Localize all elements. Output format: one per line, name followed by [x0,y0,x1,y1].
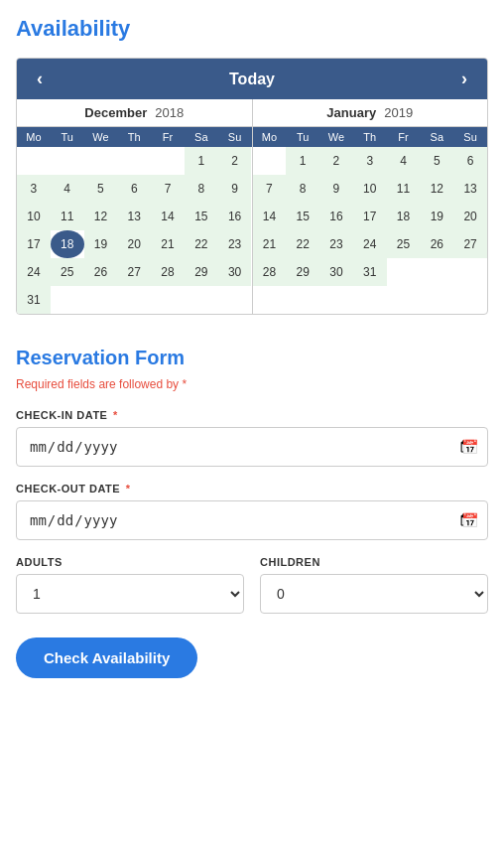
calendar-today-label: Today [229,71,275,88]
jdh-su: Su [453,127,487,147]
day-cell[interactable]: 13 [453,175,487,203]
day-cell [218,286,252,314]
day-cell[interactable]: 7 [253,175,287,203]
day-cell[interactable]: 20 [453,203,487,230]
day-cell[interactable]: 28 [151,258,185,286]
day-cell[interactable]: 22 [185,230,218,258]
day-cell[interactable]: 10 [353,175,387,203]
page-title: Availability [16,16,488,42]
checkin-group: CHECK-IN DATE * 📅 [16,409,488,467]
day-cell[interactable]: 3 [353,147,387,175]
day-cell[interactable]: 21 [253,230,287,258]
day-cell[interactable]: 2 [319,147,353,175]
day-cell[interactable]: 12 [84,203,118,230]
children-label: CHILDREN [260,556,488,568]
day-cell[interactable]: 28 [253,258,287,286]
day-cell[interactable]: 23 [218,230,252,258]
day-cell [151,286,185,314]
day-cell[interactable]: 11 [387,175,421,203]
day-cell[interactable]: 23 [319,230,353,258]
day-cell[interactable]: 31 [17,286,51,314]
day-cell [387,258,421,286]
january-name: January [326,105,376,120]
december-name: December [84,105,147,120]
day-cell[interactable]: 27 [117,258,151,286]
day-cell[interactable]: 14 [253,203,287,230]
day-cell[interactable]: 11 [51,203,84,230]
day-cell[interactable]: 2 [218,147,252,175]
dh-tu: Tu [51,127,84,147]
day-cell[interactable]: 13 [117,203,151,230]
day-cell[interactable]: 17 [353,203,387,230]
day-cell[interactable]: 9 [319,175,353,203]
day-cell[interactable]: 4 [387,147,421,175]
day-cell[interactable]: 24 [17,258,51,286]
day-cell[interactable]: 12 [420,175,453,203]
day-cell-today[interactable]: 18 [51,230,84,258]
day-cell [117,286,151,314]
day-cell[interactable]: 31 [353,258,387,286]
day-cell[interactable]: 14 [151,203,185,230]
day-cell[interactable]: 29 [286,258,319,286]
dh-su: Su [218,127,252,147]
jdh-mo: Mo [253,127,287,147]
day-cell[interactable]: 21 [151,230,185,258]
checkin-label: CHECK-IN DATE * [16,409,488,421]
calendar-next-btn[interactable]: › [457,69,471,89]
dh-we: We [84,127,118,147]
day-cell[interactable]: 19 [84,230,118,258]
day-cell[interactable]: 25 [387,230,421,258]
calendar-month-january: January 2019 Mo Tu We Th Fr Sa Su 1 2 3 … [253,99,488,314]
calendar-month-december: December 2018 Mo Tu We Th Fr Sa Su 1 2 [17,99,253,314]
day-cell [185,286,218,314]
day-cell[interactable]: 19 [420,203,453,230]
january-year: 2019 [384,105,413,120]
day-cell[interactable]: 17 [17,230,51,258]
day-cell[interactable]: 9 [218,175,252,203]
day-cell[interactable]: 4 [51,175,84,203]
day-cell[interactable]: 16 [218,203,252,230]
checkout-input[interactable] [16,500,488,540]
check-availability-button[interactable]: Check Availability [16,637,197,678]
day-cell[interactable]: 30 [218,258,252,286]
day-cell[interactable]: 29 [185,258,218,286]
day-cell[interactable]: 7 [151,175,185,203]
day-cell[interactable]: 5 [84,175,118,203]
reservation-form-title: Reservation Form [16,347,488,369]
day-cell[interactable]: 22 [286,230,319,258]
day-cell[interactable]: 6 [117,175,151,203]
day-cell[interactable]: 24 [353,230,387,258]
day-cell[interactable]: 6 [453,147,487,175]
day-cell[interactable]: 27 [453,230,487,258]
required-note: Required fields are followed by * [16,377,488,391]
day-cell[interactable]: 30 [319,258,353,286]
children-select[interactable]: 0 1 2 3 4 5 [260,574,488,614]
day-cell[interactable]: 5 [420,147,453,175]
day-cell[interactable]: 10 [17,203,51,230]
checkin-input[interactable] [16,427,488,467]
day-cell[interactable]: 18 [387,203,421,230]
calendar-prev-btn[interactable]: ‹ [33,69,47,89]
calendar-months: December 2018 Mo Tu We Th Fr Sa Su 1 2 [17,99,487,314]
day-cell [453,258,487,286]
day-cell[interactable]: 26 [84,258,118,286]
day-cell[interactable]: 15 [185,203,218,230]
jdh-fr: Fr [387,127,421,147]
day-cell[interactable]: 26 [420,230,453,258]
day-cell [51,147,84,175]
day-cell[interactable]: 1 [286,147,319,175]
day-cell[interactable]: 8 [185,175,218,203]
day-cell [151,147,185,175]
january-day-headers: Mo Tu We Th Fr Sa Su [253,127,488,147]
day-cell[interactable]: 20 [117,230,151,258]
day-cell[interactable]: 3 [17,175,51,203]
adults-label: ADULTS [16,556,244,568]
day-cell[interactable]: 1 [185,147,218,175]
adults-select[interactable]: 1 2 3 4 5 6 [16,574,244,614]
dh-th: Th [117,127,151,147]
day-cell[interactable]: 16 [319,203,353,230]
day-cell[interactable]: 25 [51,258,84,286]
dh-sa: Sa [185,127,218,147]
day-cell[interactable]: 8 [286,175,319,203]
day-cell[interactable]: 15 [286,203,319,230]
